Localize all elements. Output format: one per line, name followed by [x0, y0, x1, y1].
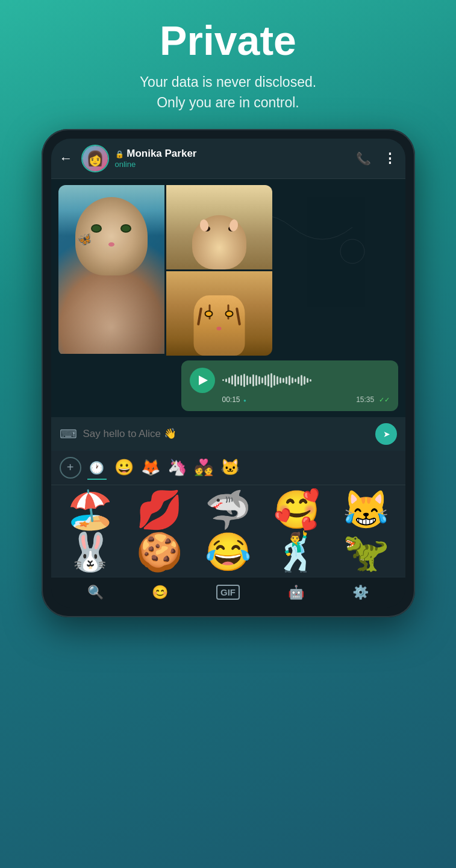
search-nav-icon[interactable]: 🔍: [87, 585, 104, 600]
cat-photo: 🦋: [58, 185, 164, 356]
sticker-tabs-bar: + 🕐 😀 🦊 🦄 💑 🐱: [51, 451, 405, 485]
contact-status: online: [115, 160, 350, 169]
sticker-cat-laugh[interactable]: 😹: [343, 491, 389, 529]
keyboard-icon[interactable]: ⌨: [60, 427, 77, 441]
sticker-couple[interactable]: 🕺: [273, 533, 320, 571]
bottom-nav: 🔍 😊 GIF 🤖 ⚙️: [51, 577, 405, 608]
sticker-dino[interactable]: 🦖: [343, 533, 389, 571]
sticker-panel: + 🕐 😀 🦊 🦄 💑 🐱 🏖️ 💋 🦈 🥰: [51, 451, 405, 577]
hamster-photo: [166, 185, 272, 269]
sticker-pack-3[interactable]: 🦄: [166, 456, 189, 479]
sticker-pack-4[interactable]: 💑: [192, 456, 215, 479]
photo-grid: 🦋: [58, 185, 272, 356]
page-title: Private: [140, 18, 316, 63]
phone-screen: ← 👩 🔒 Monika Parker online 📞 ⋮: [51, 139, 405, 608]
sticker-beach[interactable]: 🏖️: [67, 491, 113, 529]
sticker-pack-2[interactable]: 🦊: [139, 456, 162, 479]
chat-header: ← 👩 🔒 Monika Parker online 📞 ⋮: [51, 139, 405, 179]
sticker-pack-1[interactable]: 😀: [113, 456, 136, 479]
header-actions: 📞 ⋮: [356, 151, 397, 166]
add-sticker-button[interactable]: +: [60, 457, 81, 479]
sticker-laughing[interactable]: 😂: [205, 533, 251, 571]
sticker-kiss[interactable]: 💋: [136, 491, 183, 529]
back-button[interactable]: ←: [60, 151, 73, 166]
sticker-shark[interactable]: 🦈: [205, 491, 251, 529]
avatar: 👩: [81, 145, 109, 172]
menu-icon[interactable]: ⋮: [383, 151, 397, 166]
waveform: [222, 372, 390, 389]
header-section: Private Your data is never disclosed. On…: [116, 0, 340, 123]
emoji-nav-icon[interactable]: 😊: [152, 585, 168, 600]
voice-duration: 00:15 ●: [222, 395, 246, 404]
play-button[interactable]: [190, 368, 215, 393]
sticker-grid-row1: 🏖️ 💋 🦈 🥰 😹: [51, 485, 405, 531]
sticker-cookie[interactable]: 🍪: [136, 533, 183, 571]
svg-point-1: [340, 239, 364, 263]
tiger-photo: [166, 271, 272, 356]
sticker-hearts[interactable]: 🥰: [273, 491, 320, 529]
sticker-grid-row2: 🐰 🍪 😂 🕺 🦖: [51, 531, 405, 577]
sticker-pack-5[interactable]: 🐱: [219, 456, 242, 479]
phone-outer: ← 👩 🔒 Monika Parker online 📞 ⋮: [42, 129, 415, 617]
sticker-nav-icon[interactable]: 🤖: [288, 585, 304, 600]
settings-nav-icon[interactable]: ⚙️: [352, 585, 369, 600]
chat-area: 🦋: [51, 179, 405, 417]
gif-nav-button[interactable]: GIF: [216, 585, 240, 600]
voice-time: 15:35 ✓✓: [356, 395, 389, 404]
message-input[interactable]: [83, 428, 369, 440]
phone-wrapper: ← 👩 🔒 Monika Parker online 📞 ⋮: [42, 129, 415, 617]
send-icon: ➤: [383, 429, 390, 439]
recent-stickers-tab[interactable]: 🕐: [85, 456, 109, 480]
page-subtitle: Your data is never disclosed. Only you a…: [140, 72, 316, 113]
call-icon[interactable]: 📞: [356, 151, 371, 166]
contact-info: 🔒 Monika Parker online: [115, 148, 350, 169]
input-bar: ⌨ ➤: [51, 417, 405, 451]
voice-message-bubble: 00:15 ● 15:35 ✓✓: [181, 360, 398, 411]
contact-name: 🔒 Monika Parker: [115, 148, 350, 160]
sticker-bunny[interactable]: 🐰: [67, 533, 113, 571]
send-button[interactable]: ➤: [375, 423, 397, 445]
